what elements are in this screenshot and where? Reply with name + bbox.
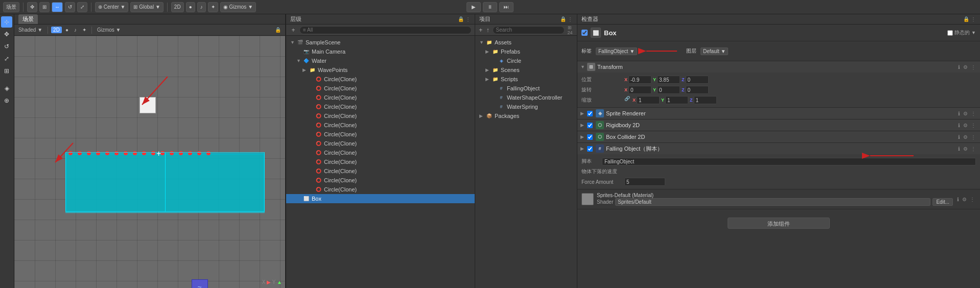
inspector-lock[interactable]: 🔒 <box>963 16 969 22</box>
fallingobject-header[interactable]: ▶ # Falling Object（脚本） ℹ ⚙ ⋮ <box>577 143 980 154</box>
boxcollider2d-header[interactable]: ▶ ⬡ Box Collider 2D ℹ ⚙ ⋮ <box>577 131 980 142</box>
global-btn[interactable]: ⊞ Global ▼ <box>130 2 163 12</box>
tree-item-circle13[interactable]: ⭕ Circle(Clone) <box>286 185 475 194</box>
tree-item-circle9[interactable]: ⭕ Circle(Clone) <box>286 148 475 157</box>
play-btn[interactable]: ▶ <box>466 2 481 12</box>
scene-tab[interactable]: 场景 <box>3 2 19 12</box>
scene-view[interactable]: ≈ + <box>14 36 285 288</box>
shading-dropdown[interactable]: Shaded ▼ <box>16 27 44 33</box>
tree-item-circle3[interactable]: ⭕ Circle(Clone) <box>286 93 475 102</box>
tool-move[interactable]: ↔ <box>52 2 63 12</box>
edit-shader-btn[interactable]: Edit... <box>932 198 953 206</box>
tool-rotate[interactable]: ↺ <box>65 2 75 12</box>
bc-toggle[interactable] <box>587 134 593 140</box>
proj-fallingobject[interactable]: # FallingObject <box>475 84 577 93</box>
pause-btn[interactable]: ⏸ <box>483 2 497 12</box>
fx-btn[interactable]: ✦ <box>208 2 218 12</box>
bc-more[interactable]: ⋮ <box>970 134 977 140</box>
static-checkbox[interactable] <box>947 30 953 36</box>
audio-toggle[interactable]: ♪ <box>72 27 79 33</box>
proj-circle[interactable]: ◈ Circle <box>475 56 577 65</box>
pos-x-input[interactable] <box>628 76 651 84</box>
scale-y-input[interactable] <box>665 96 688 104</box>
sr-info[interactable]: ℹ <box>957 111 961 116</box>
tool-rect[interactable]: ⊞ <box>39 2 50 12</box>
transform-info[interactable]: ℹ <box>957 64 961 70</box>
gizmos-toggle[interactable]: Gizmos ▼ <box>95 27 123 33</box>
tree-item-water[interactable]: ▼ 🔷 Water <box>286 56 475 65</box>
hierarchy-add-btn[interactable]: + <box>289 26 297 34</box>
fx-toggle[interactable]: ✦ <box>80 27 88 33</box>
pos-z-input[interactable] <box>686 76 709 84</box>
tool-scale2[interactable]: ⤢ <box>1 53 12 64</box>
transform-more[interactable]: ⋮ <box>970 64 977 70</box>
project-search[interactable] <box>493 26 565 34</box>
fo-more[interactable]: ⋮ <box>970 146 977 152</box>
sr-more[interactable]: ⋮ <box>970 111 977 116</box>
rigidbody2d-header[interactable]: ▶ ⬡ Rigidbody 2D ℹ ⚙ ⋮ <box>577 119 980 131</box>
2d-btn[interactable]: 2D <box>171 2 184 12</box>
object-active-toggle[interactable] <box>581 30 588 36</box>
tool-move2[interactable]: ✥ <box>1 29 12 40</box>
proj-assets[interactable]: ▼ 📁 Assets <box>475 38 577 47</box>
bc-gear[interactable]: ⚙ <box>962 134 969 140</box>
rot-z-input[interactable] <box>686 86 709 94</box>
hierarchy-menu[interactable]: ⋮ <box>465 16 471 22</box>
tree-item-circle4[interactable]: ⭕ Circle(Clone) <box>286 102 475 111</box>
tree-item-maincamera[interactable]: 📷 Main Camera <box>286 47 475 56</box>
audio-btn[interactable]: ♪ <box>197 2 206 12</box>
proj-waterspring[interactable]: # WaterSpring <box>475 102 577 111</box>
fo-toggle[interactable] <box>587 146 593 152</box>
transform-header[interactable]: ▼ ⊞ Transform ℹ ⚙ ⋮ <box>577 61 980 73</box>
forceamount-input[interactable] <box>624 178 665 186</box>
transform-gear[interactable]: ⚙ <box>962 64 969 70</box>
tree-item-circle1[interactable]: ⭕ Circle(Clone) <box>286 75 475 84</box>
proj-prefabs[interactable]: ▶ 📁 Prefabs <box>475 47 577 56</box>
tree-item-circle10[interactable]: ⭕ Circle(Clone) <box>286 157 475 166</box>
add-component-btn[interactable]: 添加组件 <box>728 218 830 229</box>
scale-z-input[interactable] <box>694 96 717 104</box>
tree-item-circle12[interactable]: ⭕ Circle(Clone) <box>286 176 475 185</box>
tool-hand[interactable]: ✥ <box>27 2 37 12</box>
mat-info[interactable]: ℹ <box>956 197 960 202</box>
tool-rect2[interactable]: ⊞ <box>1 65 12 77</box>
step-btn[interactable]: ⏭ <box>499 2 514 12</box>
tree-item-circle6[interactable]: ⭕ Circle(Clone) <box>286 121 475 130</box>
tree-item-box[interactable]: ⬜ Box <box>286 194 475 203</box>
static-dropdown[interactable]: ▼ <box>971 30 976 35</box>
tree-item-wavepoints[interactable]: ▶ 📁 WavePoints <box>286 65 475 75</box>
tree-item-circle8[interactable]: ⭕ Circle(Clone) <box>286 139 475 148</box>
fo-info[interactable]: ℹ <box>957 146 961 152</box>
tree-item-samplescene[interactable]: ▼ 🎬 SampleScene <box>286 38 475 47</box>
rb-gear[interactable]: ⚙ <box>962 123 969 128</box>
tag-dropdown[interactable]: FallingObject ▼ <box>596 47 637 55</box>
fo-gear[interactable]: ⚙ <box>962 146 969 152</box>
layer-dropdown[interactable]: Default ▼ <box>701 47 728 55</box>
tool-custom2[interactable]: ⊕ <box>1 95 12 106</box>
tree-item-circle2[interactable]: ⭕ Circle(Clone) <box>286 84 475 93</box>
box-game-object[interactable] <box>139 97 156 113</box>
sprite-renderer-header[interactable]: ▶ ◈ Sprite Renderer ℹ ⚙ ⋮ <box>577 108 980 119</box>
project-up-btn[interactable]: ↑ <box>485 26 491 34</box>
project-menu[interactable]: ⋮ <box>568 16 573 22</box>
project-add-btn[interactable]: + <box>478 26 483 34</box>
lock-btn[interactable]: 🔒 <box>273 27 283 33</box>
pivot-btn[interactable]: ⊕ Center ▼ <box>95 2 128 12</box>
scale-x-input[interactable] <box>637 96 660 104</box>
tree-item-circle5[interactable]: ⭕ Circle(Clone) <box>286 111 475 121</box>
rb-toggle[interactable] <box>587 123 593 128</box>
proj-packages[interactable]: ▶ 📦 Packages <box>475 111 577 121</box>
object-icon[interactable]: ⬜ <box>591 28 601 38</box>
tool-scale[interactable]: ⤢ <box>77 2 87 12</box>
rb-info[interactable]: ℹ <box>957 123 961 128</box>
hierarchy-lock[interactable]: 🔒 <box>458 16 464 22</box>
tool-select[interactable]: ⊹ <box>1 16 12 28</box>
sr-gear[interactable]: ⚙ <box>962 111 969 116</box>
shader-dropdown[interactable]: Sprites/Default <box>615 198 930 206</box>
sr-toggle[interactable] <box>587 111 593 116</box>
project-lock[interactable]: 🔒 <box>560 16 566 22</box>
gizmos-btn[interactable]: ◉ Gizmos ▼ <box>220 2 256 12</box>
hierarchy-search[interactable] <box>299 26 472 34</box>
inspector-menu[interactable]: ⋮ <box>971 16 976 22</box>
proj-scenes[interactable]: ▶ 📁 Scenes <box>475 65 577 75</box>
